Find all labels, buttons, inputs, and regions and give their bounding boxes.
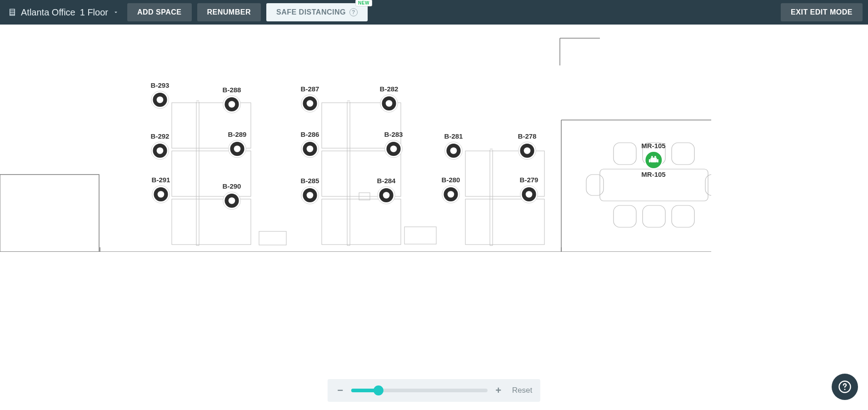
new-badge: NEW (355, 0, 372, 6)
desk-marker-b-280[interactable]: B-280 (441, 176, 461, 205)
svg-rect-93 (650, 158, 657, 163)
desk-ring-icon (376, 185, 396, 205)
desk-ring-icon (300, 94, 320, 114)
desk-label: B-288 (223, 86, 241, 94)
desk-label: B-291 (152, 176, 170, 184)
meeting-room-marker[interactable]: MR-105 MR-105 (641, 142, 665, 178)
question-icon (838, 380, 852, 394)
svg-point-58 (157, 147, 164, 154)
svg-point-67 (390, 145, 397, 152)
svg-rect-42 (586, 175, 604, 195)
desk-label: B-284 (377, 177, 396, 185)
zoom-knob[interactable] (374, 385, 384, 395)
desk-ring-icon (150, 90, 170, 110)
svg-point-64 (307, 145, 314, 152)
desk-ring-icon (384, 139, 404, 159)
building-icon (8, 8, 16, 16)
desk-marker-b-281[interactable]: B-281 (444, 132, 464, 161)
svg-rect-95 (657, 159, 658, 162)
svg-rect-38 (672, 143, 694, 165)
add-space-label: ADD SPACE (137, 8, 182, 16)
svg-rect-32 (259, 231, 286, 245)
zoom-control: − + Reset (328, 379, 540, 402)
exit-edit-mode-button[interactable]: EXIT EDIT MODE (781, 3, 863, 21)
desk-label: B-281 (444, 132, 463, 140)
info-icon: ? (349, 8, 358, 16)
desk-ring-icon (151, 185, 171, 205)
exit-edit-label: EXIT EDIT MODE (791, 8, 853, 16)
help-button[interactable] (832, 374, 858, 400)
svg-rect-39 (614, 205, 636, 227)
desk-marker-b-288[interactable]: B-288 (222, 86, 242, 115)
room-icon (644, 150, 663, 170)
top-toolbar: Atlanta Office 1 Floor ADD SPACE RENUMBE… (0, 0, 868, 25)
desk-marker-b-278[interactable]: B-278 (517, 132, 537, 161)
add-space-button[interactable]: ADD SPACE (127, 3, 192, 21)
svg-point-70 (450, 147, 457, 154)
safe-distancing-label: SAFE DISTANCING (276, 8, 346, 16)
svg-point-52 (307, 100, 314, 107)
svg-rect-27 (465, 199, 544, 245)
desk-marker-b-279[interactable]: B-279 (519, 176, 539, 205)
svg-point-88 (448, 191, 454, 198)
svg-point-73 (524, 147, 531, 154)
svg-point-49 (229, 101, 235, 108)
svg-rect-5 (0, 175, 99, 252)
svg-point-79 (229, 197, 235, 204)
desk-ring-icon (300, 139, 320, 159)
zoom-out-button[interactable]: − (336, 385, 345, 396)
floorplan-canvas[interactable]: B-293 B-288 B-287 B-282 B-292 (0, 25, 868, 410)
renumber-label: RENUMBER (207, 8, 251, 16)
office-name: Atlanta Office (21, 7, 75, 18)
desk-label: B-279 (520, 176, 539, 184)
room-label-bottom: MR-105 (641, 170, 665, 178)
desk-ring-icon (519, 185, 539, 205)
svg-point-82 (307, 192, 314, 199)
desk-label: B-293 (151, 81, 170, 89)
floorplan-linework (0, 25, 711, 252)
svg-rect-40 (643, 205, 665, 227)
desk-ring-icon (444, 141, 464, 161)
desk-marker-b-292[interactable]: B-292 (150, 132, 170, 161)
desk-label: B-290 (223, 182, 241, 190)
floor-name: 1 Floor (80, 7, 108, 18)
desk-marker-b-289[interactable]: B-289 (227, 130, 247, 159)
desk-marker-b-282[interactable]: B-282 (379, 85, 399, 114)
svg-point-76 (158, 191, 165, 198)
desk-marker-b-291[interactable]: B-291 (151, 176, 171, 205)
desk-marker-b-286[interactable]: B-286 (300, 130, 320, 159)
svg-point-91 (526, 191, 533, 198)
desk-ring-icon (222, 191, 242, 211)
chevron-down-icon (113, 9, 119, 15)
desk-marker-b-290[interactable]: B-290 (222, 182, 242, 211)
safe-distancing-button[interactable]: SAFE DISTANCING ? NEW (266, 3, 368, 21)
desk-ring-icon (517, 141, 537, 161)
desk-label: B-283 (384, 130, 403, 138)
svg-point-99 (844, 389, 846, 390)
desk-label: B-282 (380, 85, 399, 93)
desk-marker-b-285[interactable]: B-285 (300, 177, 320, 205)
desk-marker-b-287[interactable]: B-287 (300, 85, 320, 114)
svg-rect-96 (651, 156, 653, 158)
renumber-button[interactable]: RENUMBER (197, 3, 261, 21)
desk-label: B-292 (151, 132, 170, 140)
desk-marker-b-284[interactable]: B-284 (376, 177, 396, 205)
room-label-top: MR-105 (641, 142, 665, 150)
floor-selector[interactable]: Atlanta Office 1 Floor (5, 7, 122, 18)
desk-ring-icon (222, 95, 242, 115)
zoom-reset-button[interactable]: Reset (512, 386, 532, 395)
svg-rect-36 (614, 143, 636, 165)
zoom-in-button[interactable]: + (494, 385, 503, 396)
desk-ring-icon (300, 185, 320, 205)
svg-rect-41 (672, 205, 694, 227)
desk-label: B-286 (301, 130, 319, 138)
svg-point-85 (383, 192, 390, 199)
svg-point-55 (386, 100, 393, 107)
desk-ring-icon (227, 139, 247, 159)
zoom-slider[interactable] (351, 389, 488, 392)
desk-marker-b-293[interactable]: B-293 (150, 81, 170, 110)
svg-point-46 (157, 96, 164, 103)
desk-marker-b-283[interactable]: B-283 (384, 130, 404, 159)
svg-rect-97 (654, 156, 656, 158)
desk-label: B-287 (301, 85, 319, 93)
